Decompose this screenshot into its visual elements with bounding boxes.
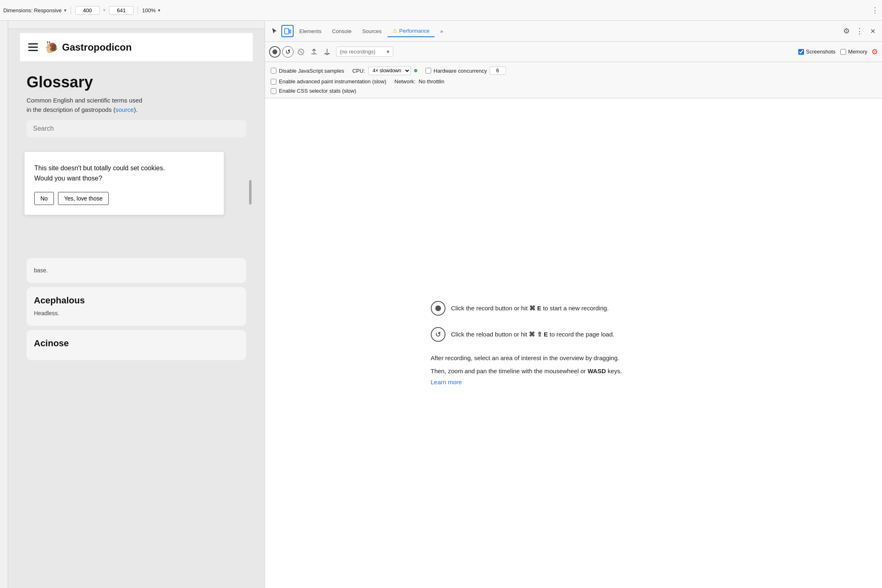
snail-icon: 🐌 [45, 40, 59, 54]
site-header: 🐌 Gastropodicon [20, 33, 253, 61]
reload-key-text: ⌘ ⇧ E [529, 331, 548, 338]
memory-label: Memory [848, 49, 867, 55]
card-title-1: Acinose [34, 338, 239, 349]
more-button[interactable]: ⋮ [853, 25, 866, 37]
upload-icon [310, 48, 318, 56]
cookie-popup: This site doesn't but totally could set … [24, 151, 224, 215]
glossary-title: Glossary [27, 74, 246, 91]
reload-record-button[interactable]: ↺ [282, 46, 294, 58]
cpu-select[interactable]: No throttling 4× slowdown 6× slowdown [368, 66, 411, 75]
stop-icon [297, 48, 305, 56]
cookie-text: This site doesn't but totally could set … [34, 163, 214, 184]
svg-rect-1 [290, 30, 291, 33]
cursor-icon [271, 27, 278, 35]
tab-sources[interactable]: Sources [357, 26, 387, 37]
css-selector-checkbox[interactable] [271, 88, 276, 94]
settings-red-icon[interactable]: ⚙ [871, 47, 878, 56]
webpage-card: 🐌 Gastropodicon Glossary Common English … [20, 33, 253, 360]
subtitle-text1: Common English and scientific terms used [27, 97, 142, 104]
separator [71, 6, 71, 14]
tab-elements[interactable]: Elements [294, 26, 326, 37]
devtools-settingsbar: Disable JavaScript samples CPU: No throt… [265, 62, 882, 98]
glossary-subtitle: Common English and scientific terms used… [27, 96, 246, 114]
reload-instruction-text: Click the reload button or hit ⌘ ⇧ E to … [451, 330, 615, 339]
reload-mid-text: or hit [514, 331, 527, 338]
disable-js-samples-checkbox[interactable] [271, 68, 276, 74]
after-text-2-part1: Then, zoom and pan the timeline with the… [431, 368, 586, 374]
dimensions-label[interactable]: Dimensions: Responsive [3, 7, 62, 13]
top-toolbar: Dimensions: Responsive ▾ × 100% ▾ ⋮ [0, 0, 882, 21]
scrollbar-track[interactable] [249, 180, 252, 262]
site-name: Gastropodicon [62, 42, 132, 53]
glossary-section: Glossary Common English and scientific t… [20, 69, 253, 144]
record-instruction-text: Click the record button or hit ⌘ E to st… [451, 304, 609, 313]
hw-concurrency-input[interactable] [490, 67, 506, 75]
record-button[interactable] [269, 46, 281, 58]
network-value[interactable]: No throttlin [419, 78, 444, 85]
device-emulation-button[interactable] [281, 25, 294, 37]
advanced-paint-label[interactable]: Enable advanced paint instrumentation (s… [271, 78, 386, 85]
subtitle-text3: ). [134, 106, 138, 113]
width-input[interactable] [75, 6, 100, 15]
cookie-yes-button[interactable]: Yes, love those [58, 192, 109, 205]
hamburger-menu[interactable] [28, 43, 38, 51]
cookie-line2: Would you want those? [34, 175, 102, 182]
recording-instructions: Click the record button or hit ⌘ E to st… [431, 301, 717, 385]
cpu-group: CPU: No throttling 4× slowdown 6× slowdo… [352, 66, 417, 75]
devtools-recordbar: ↺ [265, 42, 882, 62]
hw-concurrency-label[interactable]: Hardware concurrency [425, 67, 506, 75]
css-selector-text: Enable CSS selector stats (slow) [279, 88, 356, 94]
glossary-card-0: Acephalous Headless. [27, 287, 246, 326]
memory-checkbox-label[interactable]: Memory [840, 49, 867, 55]
cursor-icon-button[interactable] [268, 25, 281, 37]
zoom-label[interactable]: 100% [142, 7, 156, 13]
separator2 [138, 6, 138, 14]
after-text-2-part2: keys. [608, 368, 622, 374]
scrollbar-handle[interactable] [249, 180, 252, 205]
tab-performance[interactable]: ⚠ Performance [388, 25, 434, 37]
settings-gear-button[interactable]: ⚙ [840, 25, 853, 37]
close-devtools-button[interactable]: ✕ [866, 25, 879, 37]
memory-checkbox[interactable] [840, 49, 846, 55]
recordings-dropdown[interactable]: (no recordings) ▾ [336, 47, 393, 57]
advanced-paint-text: Enable advanced paint instrumentation (s… [279, 78, 386, 85]
cookie-no-button[interactable]: No [34, 192, 54, 205]
card-def-0: Headless. [34, 309, 239, 318]
tab-more[interactable]: » [435, 26, 448, 37]
gear-icon: ⚙ [843, 27, 850, 36]
source-link[interactable]: source [116, 106, 134, 113]
close-icon: ✕ [870, 27, 875, 35]
more-options-icon[interactable]: ⋮ [871, 6, 879, 15]
cookie-buttons: No Yes, love those [34, 192, 214, 205]
site-logo: 🐌 Gastropodicon [45, 40, 132, 54]
dropdown-arrow-dimensions[interactable]: ▾ [64, 8, 67, 13]
disable-js-samples-label[interactable]: Disable JavaScript samples [271, 68, 344, 74]
warning-triangle-icon: ⚠ [392, 27, 398, 34]
webpage-wrapper: 🐌 Gastropodicon Glossary Common English … [20, 33, 253, 588]
upload-button[interactable] [308, 46, 320, 58]
record-inner-dot [435, 305, 441, 311]
device-icon [284, 27, 291, 35]
search-input[interactable] [27, 120, 246, 137]
record-line-text: Click the record button [451, 305, 512, 312]
height-input[interactable] [109, 6, 134, 15]
no-recordings-text: (no recordings) [340, 49, 375, 55]
download-button[interactable] [321, 46, 333, 58]
css-selector-label[interactable]: Enable CSS selector stats (slow) [271, 88, 356, 94]
record-circle-icon [431, 301, 445, 316]
wasd-text: WASD [588, 368, 606, 374]
glossary-card-1: Acinose [27, 330, 246, 360]
screenshots-checkbox[interactable] [798, 49, 804, 55]
more-icon: ⋮ [856, 27, 863, 36]
tab-console[interactable]: Console [327, 26, 356, 37]
hw-concurrency-checkbox[interactable] [425, 68, 431, 74]
cpu-throttle-indicator [414, 69, 417, 72]
zoom-arrow[interactable]: ▾ [158, 8, 160, 13]
network-label: Network: [394, 78, 415, 85]
svg-rect-0 [285, 29, 289, 34]
stop-button[interactable] [295, 46, 307, 58]
advanced-paint-checkbox[interactable] [271, 79, 276, 85]
screenshots-checkbox-label[interactable]: Screenshots [798, 49, 835, 55]
disable-js-samples-text: Disable JavaScript samples [279, 68, 344, 74]
learn-more-link[interactable]: Learn more [431, 379, 717, 385]
